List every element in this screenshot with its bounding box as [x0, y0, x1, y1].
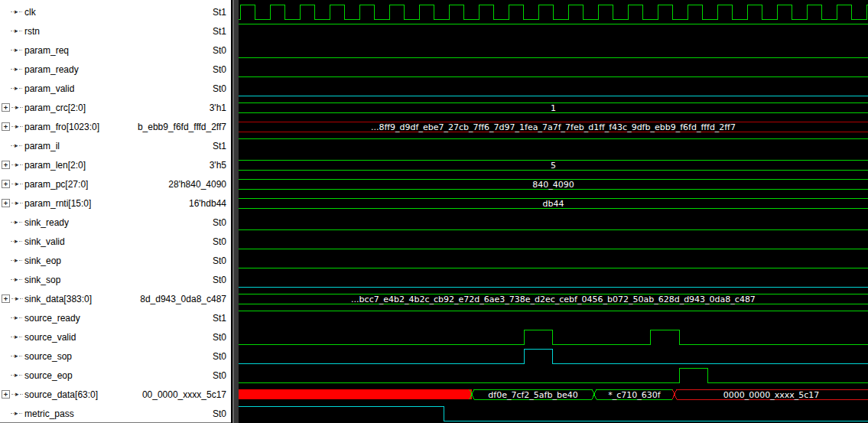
tree-icons: ▸ [2, 353, 24, 360]
signal-row-source_valid[interactable]: ▸source_validSt0 [0, 327, 231, 347]
tree-dash [11, 375, 14, 376]
svg-text:840_4090: 840_4090 [532, 180, 574, 190]
input-port-icon: ▸ [15, 104, 19, 111]
signal-row-param_rnti[interactable]: +▸param_rnti[15:0]16'hdb44 [0, 194, 231, 213]
signal-row-source_ready[interactable]: ▸source_readySt1 [0, 308, 231, 327]
panel-splitter[interactable] [231, 0, 239, 423]
signal-row-sink_valid[interactable]: ▸sink_validSt0 [0, 232, 231, 251]
signal-row-sink_ready[interactable]: ▸sink_readySt0 [0, 213, 231, 232]
signal-value: 00_0000_xxxx_5c17 [142, 389, 226, 400]
tree-icons: ▸ [2, 8, 24, 15]
signal-value: St0 [213, 255, 226, 266]
signal-row-sink_eop[interactable]: ▸sink_eopSt0 [0, 251, 231, 270]
expand-icon[interactable]: + [2, 122, 10, 131]
waveform-panel[interactable]: 1...8ff9_d9df_ebe7_27cb_7ff6_7d97_1fea_7… [239, 0, 868, 423]
signal-row-source_sop[interactable]: ▸source_sopSt0 [0, 347, 231, 366]
signal-names-panel: ▸clkSt1▸rstnSt1▸param_reqSt0▸param_ready… [0, 0, 231, 423]
signal-name: param_il [24, 141, 60, 151]
tree-dash [11, 203, 15, 203]
tree-dash [19, 31, 22, 31]
input-port-icon: ▸ [15, 66, 18, 73]
expand-icon[interactable]: + [2, 294, 10, 303]
tree-dash [11, 260, 14, 261]
signal-name: source_data[63:0] [24, 389, 98, 400]
tree-dash [11, 337, 14, 337]
signal-value: St0 [213, 45, 226, 56]
signal-name: sink_ready [24, 217, 69, 228]
tree-icons: ▸ [2, 276, 24, 283]
signal-row-param_valid[interactable]: ▸param_validSt0 [0, 79, 231, 98]
signal-row-param_ready[interactable]: ▸param_readySt0 [0, 60, 231, 79]
input-port-icon: ▸ [15, 47, 18, 54]
signal-name: sink_sop [24, 275, 60, 285]
svg-text:df0e_7cf2_5afb_be40: df0e_7cf2_5afb_be40 [488, 390, 577, 400]
tree-dash [19, 279, 22, 280]
signal-row-param_pc[interactable]: +▸param_pc[27:0]28'h840_4090 [0, 174, 231, 194]
signal-row-param_len[interactable]: +▸param_len[2:0]3'h5 [0, 155, 231, 174]
tree-dash [11, 11, 14, 12]
input-port-icon: ▸ [15, 161, 19, 168]
tree-icons: +▸ [2, 103, 24, 112]
svg-text:0000_0000_xxxx_5c17: 0000_0000_xxxx_5c17 [723, 390, 820, 400]
signal-value: St0 [213, 370, 226, 381]
tree-dash [20, 107, 23, 108]
tree-icons: ▸ [2, 142, 24, 149]
signal-name: param_len[2:0] [24, 160, 86, 171]
wave-param_pc[27:0]: 840_4090 [239, 179, 868, 190]
expand-icon[interactable]: + [2, 199, 10, 207]
tree-dash [11, 356, 14, 356]
signal-value: St0 [213, 236, 226, 247]
signal-row-param_fro[interactable]: +▸param_fro[1023:0]b_ebb9_f6fd_fffd_2ff7 [0, 117, 231, 136]
tree-dash [19, 356, 22, 356]
signal-name: rstn [24, 26, 40, 37]
tree-icons: ▸ [2, 219, 24, 226]
input-port-icon: ▸ [15, 372, 18, 379]
signal-row-param_req[interactable]: ▸param_reqSt0 [0, 41, 231, 60]
tree-dash [11, 126, 15, 127]
tree-dash [20, 126, 23, 127]
input-port-icon: ▸ [15, 8, 18, 15]
expand-icon[interactable]: + [2, 161, 10, 169]
waveforms-canvas[interactable]: 1...8ff9_d9df_ebe7_27cb_7ff6_7d97_1fea_7… [239, 0, 868, 423]
tree-icons: +▸ [2, 180, 24, 188]
tree-dash [19, 413, 22, 414]
wave-source_sop [239, 349, 868, 363]
tree-dash [11, 298, 15, 299]
signal-value: St0 [213, 64, 226, 75]
signal-name: param_ready [24, 64, 79, 75]
signal-row-source_eop[interactable]: ▸source_eopSt0 [0, 366, 231, 385]
signal-row-rstn[interactable]: ▸rstnSt1 [0, 21, 231, 41]
signal-row-param_crc[interactable]: +▸param_crc[2:0]3'h1 [0, 98, 231, 117]
expand-icon[interactable]: + [2, 103, 10, 112]
input-port-icon: ▸ [15, 28, 18, 34]
signal-value: St0 [213, 408, 226, 419]
tree-icons: +▸ [2, 294, 24, 303]
expand-icon[interactable]: + [2, 390, 10, 399]
input-port-icon: ▸ [15, 334, 18, 340]
svg-text:1: 1 [551, 103, 556, 113]
tree-icons: +▸ [2, 390, 24, 399]
svg-text:db44: db44 [543, 199, 564, 209]
signal-row-sink_sop[interactable]: ▸sink_sopSt0 [0, 270, 231, 289]
tree-dash [11, 394, 15, 395]
tree-icons: +▸ [2, 161, 24, 169]
wave-source_eop [239, 368, 868, 382]
signal-row-clk[interactable]: ▸clkSt1 [0, 2, 231, 21]
signal-row-sink_data[interactable]: +▸sink_data[383:0]8d_d943_0da8_c487 [0, 289, 231, 308]
svg-text:...8ff9_d9df_ebe7_27cb_7ff6_7d: ...8ff9_d9df_ebe7_27cb_7ff6_7d97_1fea_7a… [371, 122, 736, 132]
expand-icon[interactable]: + [2, 180, 10, 188]
input-port-icon: ▸ [15, 200, 19, 207]
signal-row-source_data[interactable]: +▸source_data[63:0]00_0000_xxxx_5c17 [0, 385, 231, 404]
tree-dash [19, 11, 22, 12]
tree-icons: +▸ [2, 122, 24, 131]
tree-dash [11, 317, 14, 318]
tree-dash [19, 88, 22, 89]
signal-value: St0 [213, 275, 226, 285]
signal-value: 28'h840_4090 [168, 179, 226, 190]
tree-icons: ▸ [2, 85, 24, 92]
wave-source_valid [239, 330, 868, 344]
signal-row-param_il[interactable]: ▸param_ilSt1 [0, 136, 231, 155]
signal-row-metric_pass[interactable]: ▸metric_passSt0 [0, 404, 231, 423]
tree-icons: ▸ [2, 257, 24, 264]
tree-dash [11, 164, 15, 165]
